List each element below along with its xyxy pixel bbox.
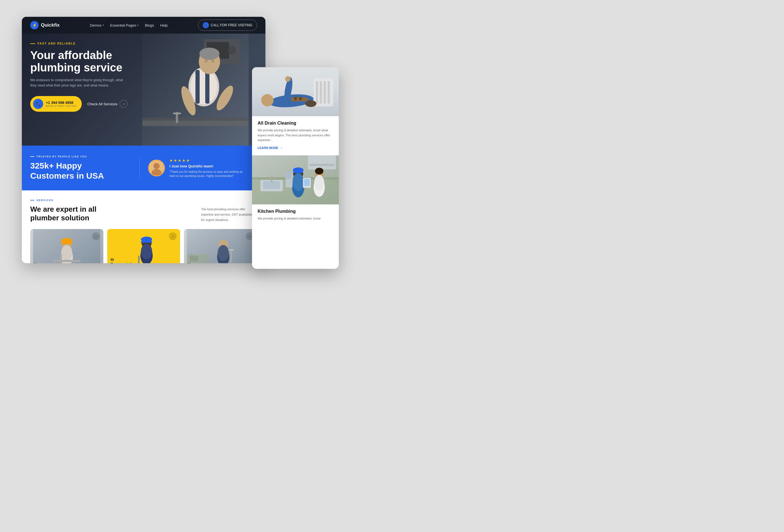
svg-point-58 [285, 76, 291, 82]
services-title: We are expert in all plumber solution [30, 205, 96, 222]
phone-button[interactable]: 📞 +1 394 598 4958 BOOK A FREE VISITING [30, 96, 82, 112]
svg-rect-51 [316, 81, 318, 104]
svg-rect-73 [293, 171, 303, 173]
kitchen-service-title: Kitchen Plumbing [258, 209, 333, 214]
svg-point-42 [218, 245, 229, 261]
nav-link-help[interactable]: Help [160, 23, 168, 27]
svg-rect-28 [61, 243, 72, 244]
service-card-content-1: 01 Pipe Repair [30, 259, 103, 263]
svg-rect-67 [308, 156, 336, 169]
review-avatar [148, 160, 165, 176]
cta-button[interactable]: 📞 CALL FOR FREE VISITING [198, 20, 257, 31]
svg-point-86 [286, 172, 292, 178]
nav-links: Demos ▾ Essential Pages ▾ Blogs Help [90, 23, 168, 27]
drain-service-body: All Drain Cleaning We provide pricing & … [252, 116, 339, 155]
review-content: ★★★★★ I Just love Quickfix team! "Thank … [169, 158, 257, 178]
kitchen-service-desc: We provide pricing & detailed estimates,… [258, 216, 333, 221]
hero-title: Your affordable plumbing service [30, 49, 128, 74]
svg-point-78 [314, 175, 324, 191]
svg-rect-60 [294, 97, 297, 100]
svg-rect-54 [328, 81, 330, 104]
svg-point-56 [261, 94, 274, 106]
services-badge: SERVICES [30, 199, 257, 202]
svg-rect-52 [320, 81, 322, 104]
svg-rect-5 [142, 120, 249, 126]
service-card-1[interactable]: → 01 Pipe Repair [30, 229, 103, 263]
stats-badge: TRUSTED BY PEOPLE LIKE YOU [30, 155, 123, 158]
phone-info: +1 394 598 4958 BOOK A FREE VISITING [46, 101, 77, 107]
services-badge-line [30, 200, 34, 200]
scene: ⚡ Quickfix Demos ▾ Essential Pages ▾ Blo… [0, 0, 784, 532]
stats-badge-text: TRUSTED BY PEOPLE LIKE YOU [36, 155, 87, 158]
side-panel: All Drain Cleaning We provide pricing & … [252, 67, 339, 269]
logo[interactable]: ⚡ Quickfix [30, 21, 60, 29]
logo-icon: ⚡ [30, 21, 39, 29]
services-description: The best plumbing services offer experti… [201, 207, 257, 222]
phone-circle-icon: 📞 [33, 99, 43, 109]
check-services-link[interactable]: Check All Services → [87, 100, 128, 108]
kitchen-service-body: Kitchen Plumbing We provide pricing & de… [252, 204, 339, 230]
svg-point-4 [228, 46, 236, 55]
drain-learn-more-link[interactable]: LEARN MORE → [258, 146, 333, 149]
nav-link-essential[interactable]: Essential Pages ▾ [110, 23, 139, 27]
svg-point-8 [190, 69, 217, 104]
svg-point-80 [319, 168, 323, 172]
service-card-content-3: 03 Water Heater [184, 259, 257, 263]
svg-point-20 [153, 163, 160, 169]
phone-number: +1 394 598 4958 [46, 101, 77, 105]
card-arrow-icon-1: → [92, 232, 100, 240]
hero-description: We endeavor to comprehend what they're g… [30, 78, 125, 88]
side-panel-inner: All Drain Cleaning We provide pricing & … [252, 67, 339, 269]
arrow-icon: → [119, 100, 128, 108]
svg-point-14 [212, 59, 214, 63]
plumber-image [142, 31, 249, 146]
svg-rect-68 [309, 164, 335, 166]
service-card-2[interactable]: → 02 CommercialCleaning [107, 229, 180, 263]
service-card-3[interactable]: → 03 Water Heater [184, 229, 257, 263]
hero-section: FAST AND RELIABLE Your affordable plumbi… [22, 17, 265, 146]
svg-point-71 [292, 173, 304, 191]
svg-rect-36 [141, 241, 152, 243]
review-text: "Thank you for making the process so eas… [169, 170, 248, 178]
svg-rect-75 [304, 179, 310, 186]
services-section: SERVICES We are expert in all plumber so… [22, 190, 265, 263]
services-badge-text: SERVICES [36, 199, 54, 202]
side-service-kitchen: Kitchen Plumbing We provide pricing & de… [252, 156, 339, 230]
badge-text: FAST AND RELIABLE [37, 42, 76, 45]
hero-badge: FAST AND RELIABLE [30, 42, 128, 45]
arrow-icon: → [280, 146, 283, 149]
nav-link-blogs[interactable]: Blogs [145, 23, 154, 27]
drain-service-title: All Drain Cleaning [258, 121, 333, 126]
svg-rect-84 [269, 175, 274, 176]
hero-actions: 📞 +1 394 598 4958 BOOK A FREE VISITING C… [30, 96, 128, 112]
svg-rect-82 [263, 181, 280, 189]
services-header: We are expert in all plumber solution Th… [30, 205, 257, 222]
service-card-content-2: 02 CommercialCleaning [107, 254, 180, 263]
side-service-drain: All Drain Cleaning We provide pricing & … [252, 67, 339, 155]
logo-text: Quickfix [41, 22, 60, 28]
nav-link-demos[interactable]: Demos ▾ [90, 23, 104, 27]
stats-section: TRUSTED BY PEOPLE LIKE YOU 325k+ Happy C… [22, 146, 265, 190]
svg-rect-6 [142, 118, 249, 121]
svg-point-62 [305, 100, 316, 107]
stats-left: TRUSTED BY PEOPLE LIKE YOU 325k+ Happy C… [30, 155, 131, 181]
svg-point-26 [61, 245, 72, 261]
phone-label: BOOK A FREE VISITING [46, 105, 77, 107]
stats-number: 325k+ Happy Customers in USA [30, 161, 123, 181]
chevron-down-icon: ▾ [103, 24, 104, 27]
svg-point-12 [199, 48, 220, 60]
review-stars: ★★★★★ [169, 158, 257, 163]
svg-point-13 [205, 59, 207, 63]
drain-service-desc: We provide pricing & detailed estimates,… [258, 128, 333, 143]
navbar: ⚡ Quickfix Demos ▾ Essential Pages ▾ Blo… [22, 17, 265, 34]
stats-divider [139, 157, 140, 179]
svg-rect-18 [173, 113, 181, 114]
svg-rect-61 [299, 97, 302, 100]
hero-content: FAST AND RELIABLE Your affordable plumbi… [30, 42, 128, 112]
service-card-number-1: 01 [34, 262, 100, 263]
svg-rect-10 [205, 70, 209, 104]
svg-rect-53 [324, 81, 326, 104]
service-card-number-2: 02 [111, 258, 177, 261]
svg-rect-46 [228, 249, 234, 251]
service-card-number-3: 03 [187, 262, 254, 263]
